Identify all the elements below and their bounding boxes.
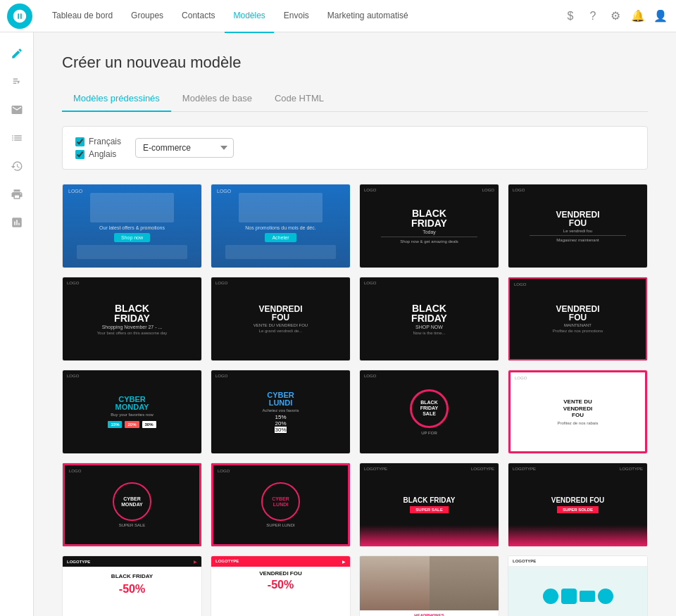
notifications-icon[interactable]: 🔔 — [630, 8, 646, 25]
nav-tableau-de-bord[interactable]: Tableau de bord — [44, 0, 121, 33]
template-card[interactable]: LOGO CYBERLUNDI Achetez vos favoris 15% … — [211, 370, 351, 454]
template-card[interactable]: LOGO CYBERMONDAY SUPER SALE — [62, 463, 202, 547]
checkbox-francais-input[interactable] — [75, 137, 84, 146]
template-card[interactable]: LOGO BLACKFRIDAY Shopping November 27 - … — [62, 277, 202, 361]
settings-icon[interactable]: ⚙ — [607, 8, 624, 25]
template-card[interactable]: LOGOTYPE ▶ VENDREDI FOU -50% Animé — [211, 555, 351, 616]
page-title: Créer un nouveau modèle — [62, 54, 648, 72]
template-grid: LOGO Our latest offers & promotions Shop… — [62, 184, 648, 616]
checkbox-anglais-label: Anglais — [89, 149, 116, 159]
template-card[interactable]: LOGO VENDREDIFOU MAINTENANT Profitez de … — [508, 277, 648, 361]
template-card[interactable]: LOGO VENDREDIFOU Le vendredi fou Magasin… — [508, 184, 648, 268]
template-card[interactable]: LOGO Our latest offers & promotions Shop… — [62, 184, 202, 268]
nav-modeles[interactable]: Modèles — [225, 0, 273, 33]
template-card[interactable]: LOGO BLACKFRIDAY SHOP NOW Now is the tim… — [359, 277, 499, 361]
template-card[interactable]: HEADPHONES Fashion Sale — [359, 555, 499, 616]
sidebar-item-list[interactable] — [4, 125, 30, 151]
filter-bar: Français Anglais E-commerce Newsletter P… — [62, 126, 648, 170]
nav-marketing[interactable]: Marketing automatisé — [319, 0, 417, 33]
template-card[interactable]: LOGOTYPE LOGOTYPE BLACK FRIDAY SUPER SAL… — [359, 463, 499, 547]
template-card[interactable]: LOGO VENDREDIFOU VENTE DU VENDREDI FOU L… — [211, 277, 351, 361]
top-navigation: Tableau de bord Groupes Contacts Modèles… — [0, 0, 676, 32]
template-card[interactable]: LOGO LOGO BLACKFRIDAY Today Shop now & g… — [359, 184, 499, 268]
sidebar-item-history[interactable] — [4, 153, 30, 179]
tab-html[interactable]: Code HTML — [263, 86, 335, 112]
template-card[interactable]: LOGO CYBERLUNDI SUPER LUNDI — [211, 463, 351, 547]
category-select[interactable]: E-commerce Newsletter Promotion — [135, 138, 234, 158]
user-icon[interactable]: 👤 — [652, 8, 669, 25]
tab-predessinés[interactable]: Modèles prédessinés — [62, 86, 171, 112]
sidebar-item-edit[interactable] — [4, 41, 30, 66]
app-logo[interactable] — [7, 4, 32, 29]
dollar-icon[interactable]: $ — [562, 8, 579, 25]
checkbox-anglais-input[interactable] — [75, 150, 84, 159]
tabs: Modèles prédessinés Modèles de base Code… — [62, 86, 648, 112]
nav-envois[interactable]: Envois — [275, 0, 318, 33]
template-card[interactable]: LOGO VENTE DUVENDREDIFOU Profitez de nos… — [508, 370, 648, 454]
nav-groupes[interactable]: Groupes — [123, 0, 172, 33]
main-content: Créer un nouveau modèle Modèles prédessi… — [34, 32, 676, 616]
sidebar-item-stats[interactable] — [4, 210, 30, 235]
nav-contacts[interactable]: Contacts — [173, 0, 223, 33]
template-card[interactable]: LOGO BLACKFRIDAYSALE UP FOR — [359, 370, 499, 454]
sidebar — [0, 32, 34, 616]
template-card[interactable]: LOGO CYBERMONDAY Buy your favorites now … — [62, 370, 202, 454]
topnav-icons: $ ? ⚙ 🔔 👤 — [562, 8, 669, 25]
template-card[interactable]: LOGOTYPE LOGOTYPE VENDREDI FOU SUPER SOL… — [508, 463, 648, 547]
checkbox-francais[interactable]: Français — [75, 137, 121, 146]
nav-links: Tableau de bord Groupes Contacts Modèles… — [44, 0, 562, 33]
sidebar-item-pointer[interactable] — [4, 69, 30, 94]
template-card[interactable]: LOGOTYPE ▶ BLACK FRIDAY -50% Animé — [62, 555, 202, 616]
tab-base[interactable]: Modèles de base — [171, 86, 263, 112]
checkbox-anglais[interactable]: Anglais — [75, 149, 121, 159]
checkbox-francais-label: Français — [89, 137, 121, 146]
filter-checkboxes: Français Anglais — [75, 137, 121, 159]
help-icon[interactable]: ? — [584, 8, 601, 25]
sidebar-item-email[interactable] — [4, 97, 30, 122]
template-card[interactable]: LOGO Nos promotions du mois de déc. Ache… — [211, 184, 351, 268]
template-card[interactable]: LOGOTYPE Prix spéciaux — [508, 555, 648, 616]
sidebar-item-print[interactable] — [4, 182, 30, 207]
